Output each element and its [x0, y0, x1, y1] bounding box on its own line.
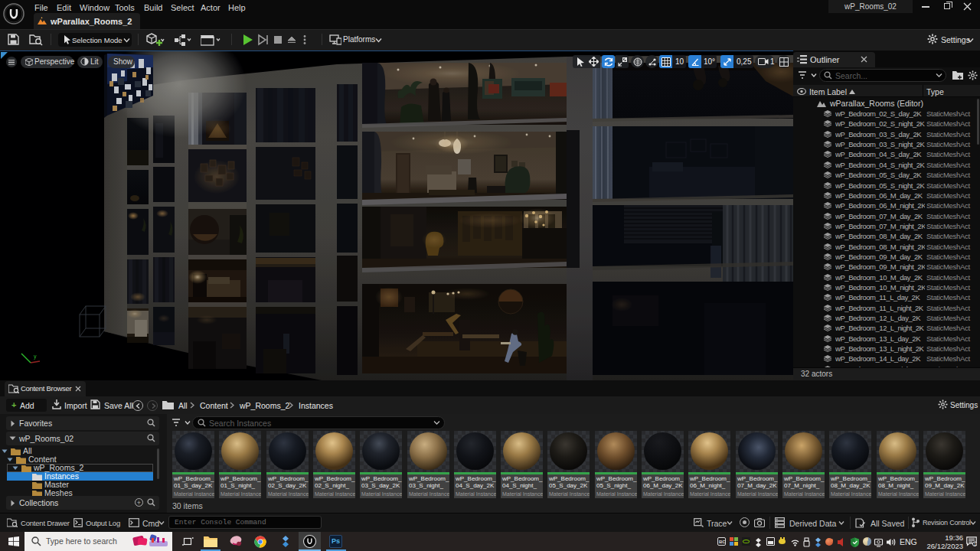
svg-text:1: 1 — [974, 542, 976, 546]
